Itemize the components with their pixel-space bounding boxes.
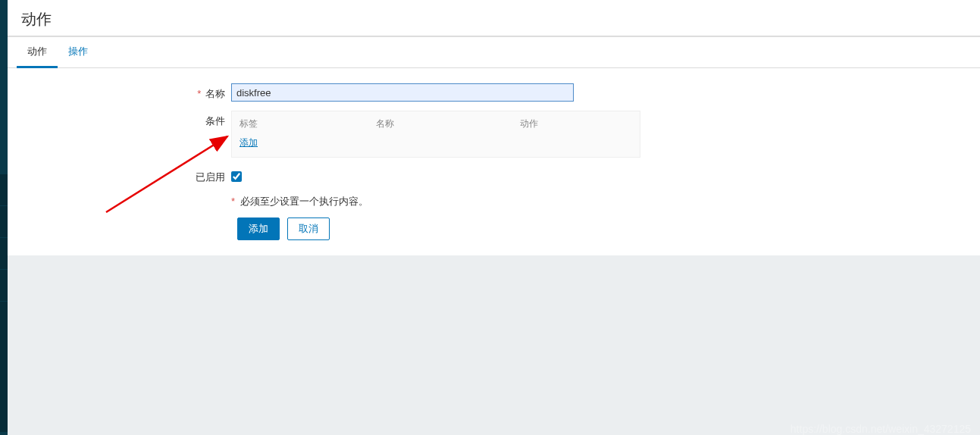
- main-panel: 动作 动作 操作 * 名称 条件 标签: [8, 0, 980, 435]
- sidebar-stub[interactable]: [0, 238, 8, 270]
- watermark: https://blog.csdn.net/weixin_43272125: [791, 423, 971, 435]
- label-conditions: 条件: [23, 111, 231, 128]
- label-validation-spacer: [23, 193, 231, 197]
- conditions-header: 标签 名称 动作: [232, 111, 640, 133]
- add-button[interactable]: 添加: [237, 218, 280, 240]
- conditions-table: 标签 名称 动作 添加: [231, 111, 640, 158]
- page-header: 动作: [8, 0, 980, 36]
- tab-operation[interactable]: 操作: [58, 37, 99, 68]
- label-name: * 名称: [23, 83, 231, 101]
- page-title: 动作: [21, 9, 966, 30]
- cancel-button[interactable]: 取消: [287, 218, 330, 240]
- validation-text: 必须至少设置一个执行内容。: [240, 196, 368, 207]
- label-enabled: 已启用: [23, 167, 231, 184]
- cond-col-label: 标签: [240, 117, 376, 130]
- row-name: * 名称: [23, 83, 965, 102]
- form-area: * 名称 条件 标签 名称 动作: [8, 68, 980, 255]
- sidebar-stub[interactable]: [0, 206, 8, 238]
- row-validation: * 必须至少设置一个执行内容。: [23, 193, 965, 208]
- control-conditions: 标签 名称 动作 添加: [231, 111, 640, 158]
- tabs: 动作 操作: [8, 37, 980, 68]
- control-enabled: [231, 167, 242, 184]
- sidebar-stub[interactable]: [0, 270, 8, 302]
- button-row: 添加 取消: [237, 218, 965, 240]
- control-name: [231, 83, 574, 102]
- content-card: 动作 操作 * 名称 条件 标签 名称: [8, 36, 980, 255]
- row-conditions: 条件 标签 名称 动作 添加: [23, 111, 965, 158]
- name-input[interactable]: [231, 83, 574, 102]
- label-name-text: 名称: [205, 88, 225, 99]
- sidebar-strip: [0, 174, 8, 432]
- tab-action[interactable]: 动作: [17, 37, 58, 68]
- sidebar-stub[interactable]: [0, 174, 8, 206]
- conditions-body: 添加: [232, 133, 640, 157]
- validation-mark: *: [231, 196, 235, 207]
- enabled-checkbox[interactable]: [231, 171, 242, 182]
- cond-col-name: 名称: [376, 117, 520, 130]
- row-enabled: 已启用: [23, 167, 965, 184]
- add-condition-link[interactable]: 添加: [240, 137, 258, 148]
- validation-message: * 必须至少设置一个执行内容。: [231, 193, 368, 208]
- required-mark: *: [197, 88, 201, 99]
- cond-col-action: 动作: [520, 117, 611, 130]
